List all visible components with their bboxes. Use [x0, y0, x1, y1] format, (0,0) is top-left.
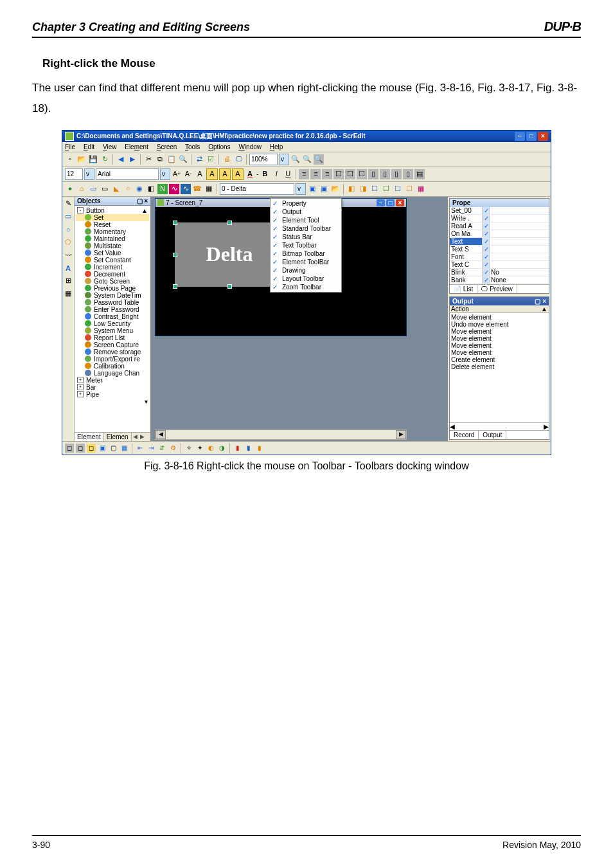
tree-item[interactable]: Import/Export re [76, 356, 149, 363]
objects-tree[interactable]: - Button ▲ SetResetMomentaryMaintainedMu… [75, 206, 150, 432]
context-menu-item[interactable]: ✓Standard Toolbar [271, 224, 341, 233]
tree-dropdown-icon[interactable]: ▾ [145, 398, 148, 405]
property-value[interactable] [490, 230, 549, 238]
property-check-icon[interactable]: ✓ [482, 230, 490, 238]
tb-e-icon[interactable]: ☐ [393, 184, 403, 194]
menu-options[interactable]: Options [208, 143, 230, 150]
tree-item[interactable]: Maintained [76, 235, 149, 242]
menu-file[interactable]: File [65, 143, 75, 150]
tree-item[interactable]: Password Table [76, 299, 149, 306]
tree-item[interactable]: Previous Page [76, 285, 149, 292]
tb-f-icon[interactable]: ☐ [404, 184, 414, 194]
highlight3-icon[interactable]: A [232, 168, 244, 180]
output-pin-icon[interactable]: ▢ [535, 298, 540, 305]
sb-icon-8[interactable]: ⇥ [147, 444, 155, 453]
sb-icon-5[interactable]: ▢ [109, 444, 118, 453]
menu-view[interactable]: View [103, 143, 117, 150]
output-scroll-up-icon[interactable]: ▲ [541, 305, 547, 312]
output-row[interactable]: Undo move element [451, 321, 547, 328]
expand-icon[interactable]: + [77, 377, 84, 383]
tb-c-icon[interactable]: ☐ [369, 184, 380, 194]
minimize-button[interactable]: – [515, 132, 525, 141]
context-menu-item[interactable]: ✓Drawing [271, 266, 341, 275]
valign3-icon[interactable]: ▯ [391, 169, 402, 179]
output-scroll-right-icon[interactable]: ▶ [544, 423, 549, 430]
toolbar-context-menu[interactable]: ✓Property✓Output✓Element Tool✓Standard T… [270, 198, 342, 293]
tree-item[interactable]: Multistate [76, 242, 149, 249]
el-tri-icon[interactable]: ◣ [111, 184, 121, 194]
el-oval-icon[interactable]: ○ [123, 184, 133, 194]
bold-icon[interactable]: B [260, 169, 270, 179]
el-chart2-icon[interactable]: ∿ [181, 184, 191, 194]
window-titlebar[interactable]: C:\Documents and Settings\TINA.Q.LEE\桌面\… [62, 131, 551, 142]
output-header[interactable]: Output ▢ × [450, 297, 549, 305]
sb-icon-9[interactable]: ⇵ [157, 444, 166, 453]
tree-item[interactable]: Set [76, 214, 149, 221]
nav1-icon[interactable]: ▣ [307, 184, 317, 194]
valign4-icon[interactable]: ▯ [403, 169, 413, 179]
tree-item[interactable]: Decrement [76, 271, 149, 278]
context-menu-item[interactable]: ✓Bitmap Toolbar [271, 249, 341, 258]
rect-icon[interactable]: ▭ [64, 212, 73, 221]
find-icon[interactable]: 🔍 [178, 154, 188, 165]
output-row[interactable]: Move element [451, 328, 547, 335]
highlight1-icon[interactable]: A [206, 168, 218, 180]
property-value[interactable]: No [490, 269, 549, 276]
close-button[interactable]: × [538, 132, 548, 141]
sb-icon-10[interactable]: ⚙ [168, 444, 177, 453]
tree-item[interactable]: Contrast_Bright [76, 313, 149, 320]
save-icon[interactable]: 💾 [88, 154, 98, 165]
transfer-icon[interactable]: ⇄ [194, 154, 204, 165]
table-icon[interactable]: ▦ [64, 289, 73, 298]
nav-open-icon[interactable]: 📂 [330, 184, 341, 194]
zoom-fit-icon[interactable]: 🔍 [314, 154, 324, 165]
zoom-dropdown[interactable]: v [279, 154, 289, 165]
output-tab-output[interactable]: Output [479, 431, 506, 439]
cut-icon[interactable]: ✂ [143, 154, 154, 165]
sb-icon-14[interactable]: ◑ [217, 444, 226, 453]
tree-item[interactable]: Set Constant [76, 257, 149, 264]
polygon-icon[interactable]: ⬠ [64, 238, 73, 247]
sb-icon-16[interactable]: ▮ [244, 444, 253, 453]
objects-panel-title[interactable]: Objects ▢× [75, 197, 150, 206]
sb-icon-17[interactable]: ▮ [255, 444, 264, 453]
tab-nav-right[interactable]: ▶ [139, 433, 146, 441]
property-value[interactable] [490, 215, 549, 222]
new-icon[interactable]: ▫ [65, 154, 75, 165]
tree-item[interactable]: Reset [76, 221, 149, 228]
el-chart1-icon[interactable]: ∿ [169, 184, 179, 194]
property-check-icon[interactable]: ✓ [482, 269, 490, 276]
menu-tools[interactable]: Tools [185, 143, 200, 150]
tree-item[interactable]: Calibration [76, 363, 149, 370]
menu-element[interactable]: Element [125, 143, 148, 150]
paste-icon[interactable]: 📋 [166, 154, 177, 165]
tree-item[interactable]: Low Security [76, 320, 149, 327]
property-value[interactable] [490, 222, 549, 230]
el-rect1-icon[interactable]: ▭ [88, 184, 98, 194]
tree-group[interactable]: +Bar [76, 384, 149, 391]
property-check-icon[interactable]: ✓ [482, 238, 490, 246]
context-menu-item[interactable]: ✓Zoom Toolbar [271, 283, 341, 291]
output-row[interactable]: Move element [451, 314, 547, 321]
display-icon[interactable]: 🖵 [233, 154, 244, 165]
valign2-icon[interactable]: ▯ [380, 169, 390, 179]
property-check-icon[interactable]: ✓ [482, 253, 490, 261]
align-bottom-icon[interactable]: ☐ [357, 169, 367, 179]
scale-icon[interactable]: ⊞ [64, 276, 73, 285]
context-menu-item[interactable]: ✓Text Toolbar [271, 241, 341, 249]
menu-edit[interactable]: Edit [84, 143, 94, 150]
context-menu-item[interactable]: ✓Element ToolBar [271, 258, 341, 266]
font-size-input[interactable]: 12 [65, 168, 83, 180]
tree-item[interactable]: Report List [76, 334, 149, 341]
property-value[interactable]: None [490, 276, 549, 284]
menu-window[interactable]: Window [238, 143, 262, 150]
property-value[interactable] [490, 253, 549, 261]
el-n-icon[interactable]: N [157, 184, 168, 194]
scroll-left-icon[interactable]: ◀ [155, 430, 166, 439]
property-value[interactable] [490, 246, 549, 253]
align-top-icon[interactable]: ☐ [333, 169, 344, 179]
context-menu-item[interactable]: ✓Layout Toolbar [271, 275, 341, 283]
pencil-icon[interactable]: ✎ [64, 199, 73, 208]
zoom-out-icon[interactable]: 🔍 [302, 154, 312, 165]
align-middle-icon[interactable]: ☐ [345, 169, 355, 179]
